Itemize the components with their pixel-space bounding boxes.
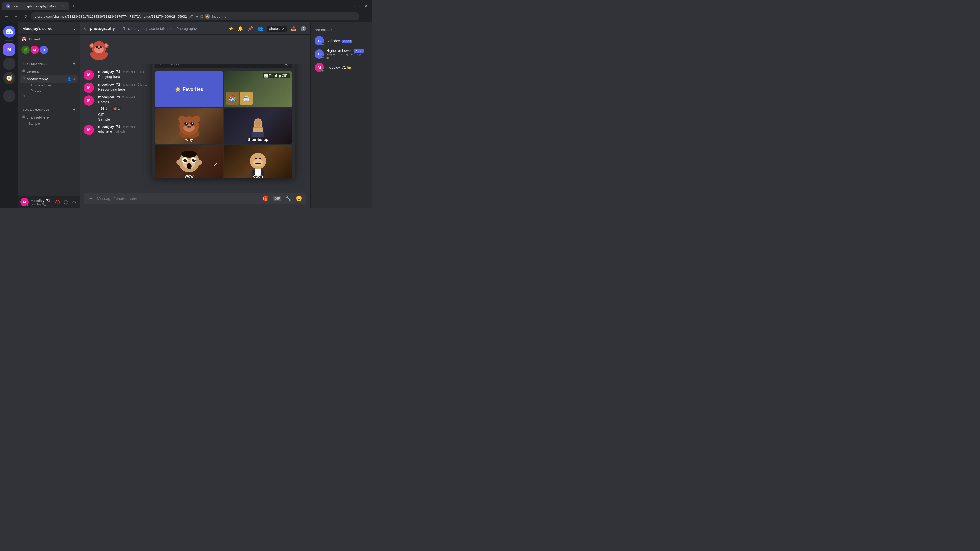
svg-point-5: [105, 44, 108, 47]
tab-title: Discord | #photography | Moo...: [12, 4, 59, 8]
inbox-icon[interactable]: 📥: [291, 26, 297, 32]
gif-thumbsup-cell[interactable]: thumbs up: [224, 108, 292, 144]
add-server-button[interactable]: +: [3, 58, 15, 70]
download-apps-button[interactable]: ↓: [3, 90, 15, 102]
tab-close-button[interactable]: ✕: [60, 4, 65, 8]
channel-hashtag-icon: #: [84, 25, 87, 32]
calendar-icon: 📅: [21, 37, 27, 41]
server-divider: [5, 40, 13, 41]
voice-channels-header[interactable]: VOICE CHANNELS +: [21, 106, 78, 113]
message-text-input[interactable]: [97, 197, 259, 201]
gif-ouch-cell[interactable]: ouch: [224, 145, 292, 178]
text-channels-header[interactable]: TEXT CHANNELS +: [21, 60, 78, 67]
extensions-icon[interactable]: □: [200, 14, 203, 18]
voice-channels-section: VOICE CHANNELS + # channel-here Sample: [18, 102, 80, 127]
server-icon-moodjoy[interactable]: M: [3, 43, 15, 56]
gif-search-bar[interactable]: 🔍: [155, 64, 292, 68]
click-indicator-2[interactable]: Click to: [137, 83, 147, 86]
member-item-moodjoy[interactable]: M moodjoy_71 👑: [313, 61, 369, 73]
mute-button[interactable]: 🚫: [54, 198, 61, 206]
voice-channels-label: VOICE CHANNELS: [22, 108, 49, 111]
channel-actions: 👤 ⚙: [67, 77, 76, 81]
address-bar-row: ← → ↺ discord.com/channels/1182346851781…: [0, 10, 372, 22]
channel-settings-icon[interactable]: ⚙: [73, 77, 76, 81]
threads-icon[interactable]: ⚡: [228, 26, 234, 32]
star-icon: ⭐: [175, 86, 181, 92]
channel-description: This is a good place to talk about Photo…: [123, 27, 197, 30]
photos-search-box[interactable]: photos ✕: [267, 25, 287, 32]
server-header[interactable]: Moodjoy's server ∨: [18, 22, 80, 35]
svg-point-23: [186, 123, 187, 124]
server-member-avatars: 🌿 M B: [18, 44, 80, 56]
add-text-channel-button[interactable]: +: [73, 61, 76, 66]
thread-name-1: This is a thread!: [30, 83, 54, 87]
wow-gif-label: wow: [155, 174, 223, 178]
thread-item-this-is-a-thread[interactable]: This is a thread!: [22, 83, 76, 88]
reaction-eyes[interactable]: 👀 1: [98, 106, 110, 111]
ouch-gif-label: ouch: [224, 174, 292, 178]
thread-item-photos[interactable]: Photos: [22, 88, 76, 93]
gif-search-input[interactable]: [158, 64, 282, 66]
channel-item-general[interactable]: # general: [21, 68, 78, 75]
gif-why-cell[interactable]: why: [155, 108, 223, 144]
svg-point-27: [189, 126, 191, 127]
new-tab-button[interactable]: +: [70, 2, 78, 10]
add-voice-channel-button[interactable]: +: [73, 107, 76, 112]
active-tab[interactable]: ● Discord | #photography | Moo... ✕: [2, 2, 68, 10]
url-bar[interactable]: discord.com/channels/1182346851781984336…: [30, 12, 360, 21]
refresh-button[interactable]: ↺: [21, 13, 29, 20]
channel-title: photography: [90, 26, 115, 31]
trending-label: Trending GIFs: [269, 74, 288, 78]
member-item-ballsdex[interactable]: B Ballsdex ✓ BOT: [313, 35, 369, 47]
mic-icon[interactable]: 🎤: [189, 14, 193, 18]
click-indicator-1[interactable]: Click to: [137, 70, 147, 74]
voice-channel-channel-here[interactable]: # channel-here: [21, 114, 78, 121]
bell-icon[interactable]: 🔔: [238, 26, 243, 32]
svg-point-41: [194, 159, 196, 160]
emoji-picker-button[interactable]: 😊: [296, 195, 302, 202]
deafen-button[interactable]: 🎧: [62, 198, 69, 206]
events-bar[interactable]: 📅 1 Event: [18, 35, 80, 44]
svg-point-19: [192, 116, 200, 123]
svg-point-40: [186, 159, 187, 160]
svg-point-45: [197, 160, 202, 165]
photos-search-close[interactable]: ✕: [282, 27, 285, 30]
member-avatar-higher-or-lower: H: [315, 49, 324, 59]
gif-button[interactable]: GIF: [273, 196, 281, 201]
sticker-icon[interactable]: 🔧: [285, 195, 292, 202]
svg-point-44: [177, 160, 181, 165]
browser-menu-button[interactable]: ⋮: [361, 13, 369, 20]
svg-point-18: [178, 116, 186, 123]
close-button[interactable]: ✕: [364, 4, 368, 8]
restore-button[interactable]: □: [360, 4, 361, 8]
star-icon[interactable]: ★: [195, 14, 199, 18]
member-avatar-letter-ballsdex: B: [318, 39, 321, 43]
reaction-octopus[interactable]: 🐙 1: [110, 106, 122, 111]
gif-trending-cell[interactable]: 📈 Trending GIFs 📚 ☕: [224, 71, 292, 107]
voice-sub-name: Sample: [29, 122, 40, 125]
member-item-higher-or-lower[interactable]: H Higher or Lower ✓ BOT Playing π π π /j…: [313, 47, 369, 61]
attach-file-button[interactable]: +: [88, 195, 94, 202]
minimize-button[interactable]: ─: [354, 4, 356, 8]
header-divider: │: [118, 27, 120, 30]
member-info-hol: Higher or Lower ✓ BOT Playing π π π /jok…: [326, 48, 368, 60]
member-name-moodjoy: moodjoy_71 👑: [326, 65, 368, 69]
explore-servers-button[interactable]: 🧭: [3, 72, 15, 84]
help-icon[interactable]: ?: [301, 26, 306, 32]
back-button[interactable]: ←: [3, 13, 10, 20]
channel-item-chat[interactable]: # chat: [21, 93, 78, 100]
user-settings-button[interactable]: ⚙: [70, 198, 78, 206]
channel-item-photography[interactable]: # photography 👤 ⚙: [21, 75, 78, 83]
forward-button[interactable]: →: [12, 13, 19, 20]
reaction-count-1: 1: [105, 106, 107, 110]
gift-icon[interactable]: 🎁: [262, 195, 269, 202]
pin-icon[interactable]: 📌: [248, 26, 253, 32]
manage-members-icon[interactable]: 👤: [67, 77, 72, 81]
gif-wow-cell[interactable]: wow ↗: [155, 145, 223, 178]
user-avatar-letter: M: [23, 200, 26, 204]
members-icon[interactable]: 👥: [257, 26, 263, 32]
discord-home-button[interactable]: [3, 25, 15, 38]
voice-sub-sample[interactable]: Sample: [21, 121, 78, 126]
gif-favorites-cell[interactable]: ⭐ Favorites: [155, 71, 223, 107]
url-text: discord.com/channels/1182346851781984336…: [35, 14, 187, 18]
